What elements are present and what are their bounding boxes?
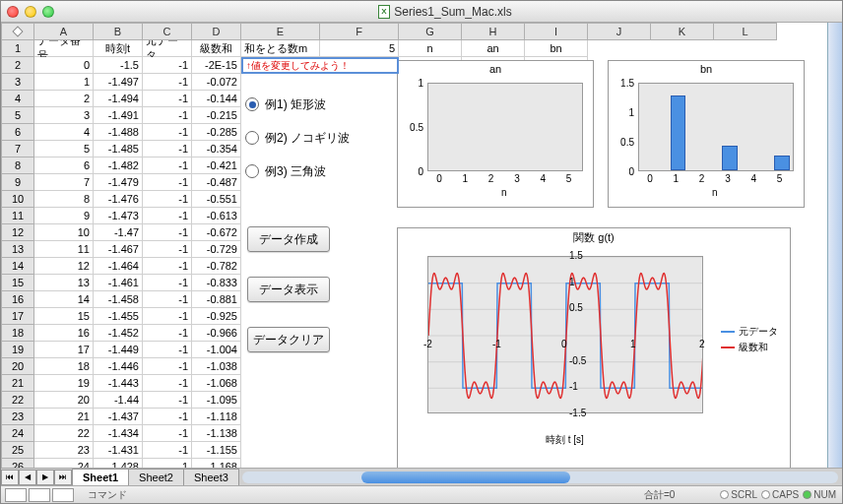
cell-C9[interactable]: -1: [143, 174, 192, 191]
cell-A18[interactable]: 16: [34, 325, 94, 342]
cell-A11[interactable]: 9: [34, 208, 94, 224]
row-header-22[interactable]: 22: [1, 392, 34, 409]
row-header-2[interactable]: 2: [1, 57, 34, 74]
view-normal-icon[interactable]: [5, 488, 27, 502]
row-header-13[interactable]: 13: [1, 241, 34, 258]
cell-B23[interactable]: -1.437: [94, 409, 143, 425]
vertical-scrollbar[interactable]: [827, 23, 842, 468]
cell-D12[interactable]: -0.672: [192, 224, 241, 241]
cell-C17[interactable]: -1: [143, 308, 192, 325]
cell-D1[interactable]: 級数和: [192, 40, 241, 57]
cell-A21[interactable]: 19: [34, 375, 94, 392]
cell-B8[interactable]: -1.482: [94, 158, 143, 174]
cell-A6[interactable]: 4: [34, 124, 94, 141]
cell-D11[interactable]: -0.613: [192, 208, 241, 224]
col-header-E[interactable]: E: [241, 23, 320, 40]
cell-C2[interactable]: -1: [143, 57, 192, 74]
cell-B2[interactable]: -1.5: [94, 57, 143, 74]
sheet-nav-last[interactable]: ⏭: [54, 470, 72, 485]
cell-C18[interactable]: -1: [143, 325, 192, 342]
cell-A5[interactable]: 3: [34, 107, 94, 124]
cell-B6[interactable]: -1.488: [94, 124, 143, 141]
cell-A7[interactable]: 5: [34, 141, 94, 158]
col-header-C[interactable]: C: [143, 23, 192, 40]
radio-option-0[interactable]: 例1) 矩形波: [245, 93, 326, 116]
cell-A3[interactable]: 1: [34, 74, 94, 91]
row-header-20[interactable]: 20: [1, 358, 34, 375]
cell-D4[interactable]: -0.144: [192, 91, 241, 107]
cell-C16[interactable]: -1: [143, 291, 192, 308]
sheet-tab-Sheet3[interactable]: Sheet3: [183, 469, 239, 485]
cell-D19[interactable]: -1.004: [192, 342, 241, 358]
cell-B7[interactable]: -1.485: [94, 141, 143, 158]
row-header-10[interactable]: 10: [1, 191, 34, 208]
cell-B1[interactable]: 時刻t: [94, 40, 143, 57]
cell-A19[interactable]: 17: [34, 342, 94, 358]
cell-D2[interactable]: -2E-15: [192, 57, 241, 74]
horizontal-scrollbar[interactable]: [242, 472, 838, 483]
cell-A8[interactable]: 6: [34, 158, 94, 174]
row-header-14[interactable]: 14: [1, 258, 34, 275]
cell-B26[interactable]: -1.428: [94, 459, 143, 468]
cell-B24[interactable]: -1.434: [94, 425, 143, 442]
col-header-J[interactable]: J: [588, 23, 651, 40]
cell-D6[interactable]: -0.285: [192, 124, 241, 141]
cell-A22[interactable]: 20: [34, 392, 94, 409]
sheet-nav-next[interactable]: ▶: [36, 470, 54, 485]
cell-D9[interactable]: -0.487: [192, 174, 241, 191]
row-header-15[interactable]: 15: [1, 275, 34, 291]
cell-D3[interactable]: -0.072: [192, 74, 241, 91]
col-header-D[interactable]: D: [192, 23, 241, 40]
row-header-21[interactable]: 21: [1, 375, 34, 392]
row-header-17[interactable]: 17: [1, 308, 34, 325]
cell-A10[interactable]: 8: [34, 191, 94, 208]
cell-B10[interactable]: -1.476: [94, 191, 143, 208]
cell-B13[interactable]: -1.467: [94, 241, 143, 258]
row-header-16[interactable]: 16: [1, 291, 34, 308]
radio-option-1[interactable]: 例2) ノコギリ波: [245, 126, 350, 150]
cell-D10[interactable]: -0.551: [192, 191, 241, 208]
cell-I1[interactable]: bn: [525, 40, 588, 57]
cell-D21[interactable]: -1.068: [192, 375, 241, 392]
cell-B11[interactable]: -1.473: [94, 208, 143, 224]
cell-C13[interactable]: -1: [143, 241, 192, 258]
cell-D16[interactable]: -0.881: [192, 291, 241, 308]
cell-D13[interactable]: -0.729: [192, 241, 241, 258]
row-header-12[interactable]: 12: [1, 224, 34, 241]
cell-C25[interactable]: -1: [143, 442, 192, 459]
row-header-8[interactable]: 8: [1, 158, 34, 174]
sheet-tab-Sheet2[interactable]: Sheet2: [128, 469, 184, 485]
col-header-I[interactable]: I: [525, 23, 588, 40]
cell-D8[interactable]: -0.421: [192, 158, 241, 174]
cell-A4[interactable]: 2: [34, 91, 94, 107]
cell-B16[interactable]: -1.458: [94, 291, 143, 308]
cell-E2[interactable]: ↑値を変更してみよう！: [241, 57, 399, 74]
view-layout-icon[interactable]: [29, 488, 50, 502]
cell-C4[interactable]: -1: [143, 91, 192, 107]
cell-G1[interactable]: n: [399, 40, 462, 57]
cell-C22[interactable]: -1: [143, 392, 192, 409]
cell-A23[interactable]: 21: [34, 409, 94, 425]
row-header-25[interactable]: 25: [1, 442, 34, 459]
cell-A20[interactable]: 18: [34, 358, 94, 375]
cell-A2[interactable]: 0: [34, 57, 94, 74]
cell-C1[interactable]: 元データ: [143, 40, 192, 57]
cell-B18[interactable]: -1.452: [94, 325, 143, 342]
cell-A14[interactable]: 12: [34, 258, 94, 275]
cell-B15[interactable]: -1.461: [94, 275, 143, 291]
cell-A25[interactable]: 23: [34, 442, 94, 459]
row-header-7[interactable]: 7: [1, 141, 34, 158]
cell-C14[interactable]: -1: [143, 258, 192, 275]
col-header-G[interactable]: G: [399, 23, 462, 40]
cell-E1[interactable]: 和をとる数m: [241, 40, 320, 57]
cell-D5[interactable]: -0.215: [192, 107, 241, 124]
minimize-button[interactable]: [25, 6, 36, 18]
sheet-nav-first[interactable]: ⏮: [1, 470, 19, 485]
cell-B21[interactable]: -1.443: [94, 375, 143, 392]
cell-B17[interactable]: -1.455: [94, 308, 143, 325]
clear-button[interactable]: データクリア: [247, 327, 330, 352]
row-header-11[interactable]: 11: [1, 208, 34, 224]
row-header-5[interactable]: 5: [1, 107, 34, 124]
view-preview-icon[interactable]: [52, 488, 74, 502]
sheet-tab-Sheet1[interactable]: Sheet1: [72, 469, 129, 485]
